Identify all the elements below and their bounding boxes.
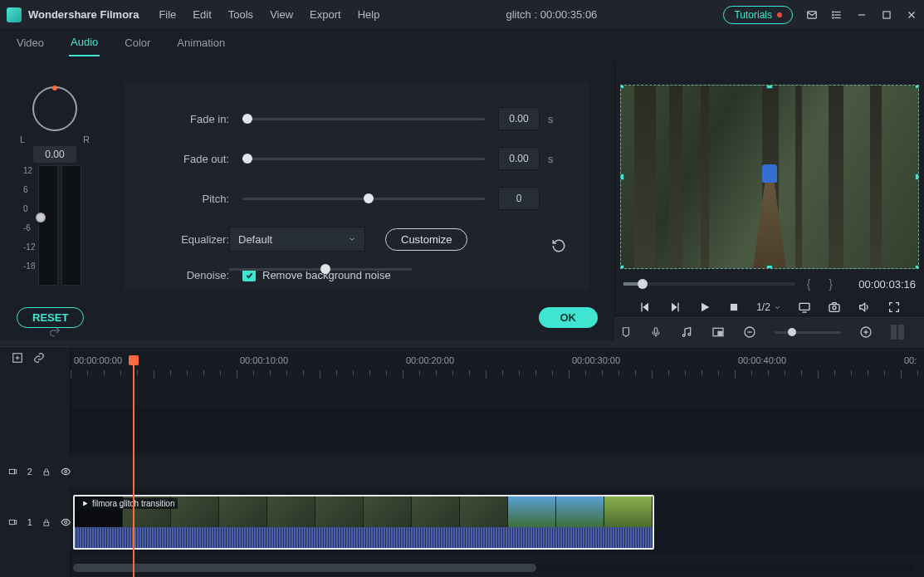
- record-voice-icon[interactable]: [650, 325, 662, 339]
- main-menu: File Edit Tools View Export Help: [159, 8, 379, 21]
- menu-view[interactable]: View: [270, 8, 293, 21]
- add-track-icon[interactable]: [12, 352, 23, 364]
- ok-button[interactable]: OK: [539, 307, 599, 328]
- timeline-ruler[interactable]: 00:00:00:00 00:00:10:00 00:00:20:00 00:0…: [71, 355, 924, 377]
- pan-l-label: L: [20, 134, 25, 144]
- resize-handle[interactable]: [766, 85, 773, 89]
- level-meter-r: [61, 165, 81, 286]
- fade-out-label: Fade out:: [149, 153, 229, 165]
- fade-in-value[interactable]: 0.00: [498, 107, 540, 130]
- preview-panel: { } 00:00:03:16 1/2: [614, 61, 924, 315]
- redo-icon[interactable]: [48, 325, 61, 339]
- pip-icon[interactable]: [711, 325, 725, 339]
- brace-open-icon[interactable]: {: [800, 277, 818, 291]
- svg-marker-64: [15, 520, 17, 524]
- menu-file[interactable]: File: [159, 8, 176, 21]
- zoom-in-icon[interactable]: [859, 325, 873, 339]
- minimize-icon[interactable]: [856, 9, 868, 21]
- preview-scrubber[interactable]: [623, 282, 795, 286]
- snapshot-icon[interactable]: [828, 301, 841, 314]
- refresh-icon[interactable]: [551, 238, 566, 253]
- next-frame-button[interactable]: [668, 301, 682, 314]
- customize-button[interactable]: Customize: [385, 228, 467, 251]
- preview-timecode: 00:00:03:16: [844, 278, 916, 291]
- titlebar: Wondershare Filmora File Edit Tools View…: [0, 0, 924, 30]
- pan-knob[interactable]: [32, 86, 77, 131]
- resize-handle[interactable]: [620, 265, 624, 269]
- resize-handle[interactable]: [915, 85, 919, 89]
- equalizer-select[interactable]: Default: [229, 227, 365, 252]
- svg-point-66: [64, 521, 66, 523]
- tab-video[interactable]: Video: [15, 37, 46, 56]
- brace-close-icon[interactable]: }: [822, 277, 839, 291]
- playback-speed[interactable]: 1/2: [756, 301, 781, 313]
- app-name: Wondershare Filmora: [28, 8, 139, 21]
- app-logo-icon: [7, 7, 22, 22]
- preview-viewport[interactable]: [620, 85, 919, 269]
- menu-edit[interactable]: Edit: [193, 8, 211, 21]
- tutorials-button[interactable]: Tutorials: [723, 6, 793, 24]
- timeline: 00:00:00:00 00:00:10:00 00:00:20:00 00:0…: [0, 349, 924, 577]
- pan-r-label: R: [83, 134, 90, 144]
- quality-icon[interactable]: [798, 301, 811, 314]
- resize-handle[interactable]: [915, 174, 919, 180]
- stop-button[interactable]: [728, 301, 740, 313]
- volume-fader[interactable]: [36, 213, 46, 222]
- fullscreen-icon[interactable]: [887, 301, 901, 314]
- track-size-icon[interactable]: [891, 325, 907, 340]
- fade-in-label: Fade in:: [149, 113, 229, 125]
- mail-icon[interactable]: [806, 9, 818, 21]
- fade-out-value[interactable]: 0.00: [498, 147, 540, 170]
- fade-in-slider[interactable]: [242, 113, 485, 125]
- audio-sync-icon[interactable]: [680, 325, 693, 339]
- timeline-scrollbar[interactable]: [73, 564, 916, 572]
- fade-out-slider[interactable]: [242, 153, 485, 164]
- track-empty[interactable]: [0, 407, 924, 452]
- tab-animation[interactable]: Animation: [175, 37, 227, 56]
- eye-icon[interactable]: [61, 516, 71, 528]
- tab-audio[interactable]: Audio: [69, 36, 100, 56]
- volume-icon[interactable]: [858, 301, 871, 314]
- pitch-label: Pitch:: [149, 193, 229, 205]
- resize-handle[interactable]: [620, 85, 624, 89]
- menu-help[interactable]: Help: [358, 8, 380, 21]
- zoom-slider[interactable]: [775, 331, 841, 334]
- resize-handle[interactable]: [915, 265, 919, 269]
- svg-rect-50: [718, 331, 722, 335]
- menu-export[interactable]: Export: [310, 8, 341, 21]
- video-clip[interactable]: filmora glitch transition: [73, 495, 654, 550]
- track-video-2[interactable]: 2: [0, 455, 924, 488]
- svg-point-62: [64, 470, 66, 472]
- playhead[interactable]: [133, 355, 134, 577]
- eye-icon[interactable]: [61, 466, 71, 477]
- resize-handle[interactable]: [620, 174, 624, 180]
- play-button[interactable]: [698, 301, 711, 314]
- svg-marker-11: [643, 303, 648, 312]
- svg-rect-59: [9, 469, 14, 473]
- svg-rect-12: [641, 303, 642, 312]
- meter-scale: 1260-6-12-18: [23, 166, 35, 271]
- dot-icon: [777, 12, 782, 17]
- lock-icon[interactable]: [42, 467, 51, 477]
- close-icon[interactable]: [906, 9, 917, 21]
- tab-color[interactable]: Color: [123, 37, 152, 56]
- zoom-out-icon[interactable]: [743, 325, 756, 339]
- link-icon[interactable]: [33, 352, 45, 364]
- resize-handle[interactable]: [766, 265, 773, 269]
- svg-marker-60: [15, 469, 17, 473]
- prev-frame-button[interactable]: [638, 301, 652, 314]
- svg-point-6: [833, 17, 834, 17]
- svg-rect-17: [799, 303, 809, 310]
- marker-icon[interactable]: [620, 325, 632, 339]
- track-video-1[interactable]: 1 filmora glitch transition: [0, 491, 924, 553]
- svg-point-20: [833, 306, 836, 310]
- denoise-slider[interactable]: [229, 263, 412, 275]
- track-number: 1: [27, 517, 32, 527]
- menu-tools[interactable]: Tools: [228, 8, 253, 21]
- pitch-value[interactable]: 0: [498, 187, 540, 210]
- reset-button[interactable]: RESET: [17, 307, 84, 328]
- list-icon[interactable]: [831, 9, 843, 21]
- pitch-slider[interactable]: [242, 193, 485, 204]
- maximize-icon[interactable]: [881, 9, 892, 21]
- lock-icon[interactable]: [42, 518, 51, 527]
